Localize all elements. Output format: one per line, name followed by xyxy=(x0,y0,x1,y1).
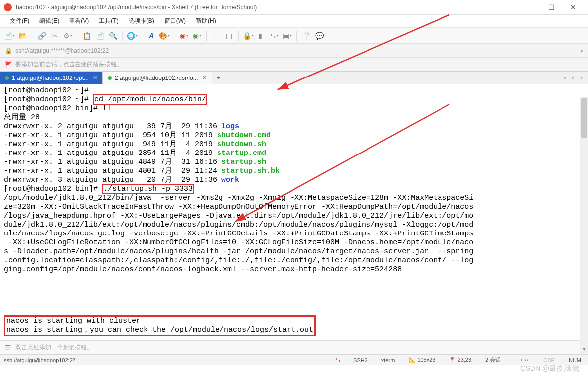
color-icon[interactable]: 🎨 xyxy=(159,30,170,41)
sidebar-icon[interactable]: ◧ xyxy=(256,30,267,41)
status-term: xterm xyxy=(378,357,398,363)
tunnel-icon[interactable]: ⇆ xyxy=(269,30,280,41)
help-icon[interactable]: ❔ xyxy=(301,30,312,41)
split-icon[interactable]: ▣ xyxy=(282,30,293,41)
font-icon[interactable]: A xyxy=(146,30,157,41)
reconnect-icon[interactable]: 🔗 xyxy=(36,30,47,41)
window-title: hadoop102 - atguigu@hadoop102:/opt/modul… xyxy=(16,4,518,11)
highlighted-output-box: nacos is starting with cluster nacos is … xyxy=(4,315,316,336)
copy-icon[interactable]: 📋 xyxy=(81,30,92,41)
tab-2[interactable]: 2 atguigu@hadoop102:/usr/lo... ✕ xyxy=(103,72,212,84)
menubar: 文件(F) 编辑(E) 查看(V) 工具(T) 选项卡(B) 窗口(W) 帮助(… xyxy=(0,15,588,28)
app-logo-icon xyxy=(4,3,12,11)
toolbar: 📄 📂 🔗 ✂ ⚙ 📋 📄 🔍 🌐 A 🎨 ◉ ◉ ▦ ▤ 🔒 ◧ ⇆ ▣ ❔ … xyxy=(0,28,588,44)
find-icon[interactable]: 🔍 xyxy=(107,30,118,41)
status-trail: ⟶ ↔ xyxy=(512,357,532,363)
hamburger-icon[interactable]: ☰ xyxy=(5,344,11,352)
minimize-button[interactable]: — xyxy=(518,0,540,14)
statusbar: ssh://atguigu@hadoop102:22 ⇆ SSH2 xterm … xyxy=(0,354,588,365)
menu-help[interactable]: 帮助(H) xyxy=(192,15,220,27)
close-button[interactable]: ✕ xyxy=(562,0,584,14)
tab-1[interactable]: 1 atguigu@hadoop102:/opt... ✕ xyxy=(0,72,103,84)
status-dot-icon xyxy=(108,76,112,80)
address-text[interactable]: ssh://atguigu:******@hadoop102:22 xyxy=(15,47,580,54)
hintbar: 🚩 要添加当前会话，点击左侧的箭头按钮。 xyxy=(0,58,588,72)
tabbar: 1 atguigu@hadoop102:/opt... ✕ 2 atguigu@… xyxy=(0,72,588,84)
terminal-scrollbar[interactable]: ▲ ▼ xyxy=(580,97,588,353)
addressbar: 🔒 ssh://atguigu:******@hadoop102:22 ▾ xyxy=(0,44,588,58)
scroll-down-icon[interactable]: ▼ xyxy=(580,345,588,353)
red-highlight-icon[interactable]: ◉ xyxy=(178,30,189,41)
watermark: CSDN @最後,咏鶯 xyxy=(520,364,579,373)
tab-1-label: 1 atguigu@hadoop102:/opt... xyxy=(12,75,89,81)
scroll-thumb[interactable] xyxy=(581,98,587,138)
status-dot-icon xyxy=(5,76,9,80)
paste-icon[interactable]: 📄 xyxy=(94,30,105,41)
status-cap: CAP xyxy=(540,357,558,363)
terminal-output[interactable]: [root@hadoop102 ~]#[root@hadoop102 ~]# c… xyxy=(0,84,588,340)
maximize-button[interactable]: ☐ xyxy=(540,0,562,14)
menu-edit[interactable]: 编辑(E) xyxy=(35,15,63,27)
titlebar: hadoop102 - atguigu@hadoop102:/opt/modul… xyxy=(0,0,588,15)
status-num: NUM xyxy=(566,357,584,363)
hint-text: 要添加当前会话，点击左侧的箭头按钮。 xyxy=(15,60,123,69)
status-size: 📐 105x23 xyxy=(406,357,438,363)
disconnect-icon[interactable]: ✂ xyxy=(49,30,60,41)
tile-icon[interactable]: ▦ xyxy=(211,30,221,41)
open-icon[interactable]: 📂 xyxy=(17,30,28,41)
tab-close-icon[interactable]: ✕ xyxy=(202,75,207,81)
lock-session-icon[interactable]: 🔒 xyxy=(243,30,254,41)
xftp-icon: ⇆ xyxy=(336,357,340,363)
quick-button-bar: ☰ 双击此处添加一个新的按钮。 xyxy=(0,340,588,354)
add-button-hint[interactable]: 双击此处添加一个新的按钮。 xyxy=(15,343,93,352)
tab-nav-arrows[interactable]: ◂ ▸ ▾ xyxy=(563,75,585,81)
feedback-icon[interactable]: 💬 xyxy=(314,30,325,41)
status-connection: ssh://atguigu@hadoop102:22 xyxy=(4,357,328,363)
flag-icon: 🚩 xyxy=(5,61,12,68)
properties-icon[interactable]: ⚙ xyxy=(62,30,73,41)
menu-view[interactable]: 查看(V) xyxy=(65,15,93,27)
status-ssh: SSH2 xyxy=(350,357,370,363)
status-sessions: 2 会话 xyxy=(482,356,504,364)
status-cursor: 📍 23,23 xyxy=(446,357,474,363)
new-session-icon[interactable]: 📄 xyxy=(4,30,15,41)
menu-tab[interactable]: 选项卡(B) xyxy=(125,15,158,27)
menu-file[interactable]: 文件(F) xyxy=(6,15,33,27)
tab-2-label: 2 atguigu@hadoop102:/usr/lo... xyxy=(115,75,198,81)
menu-window[interactable]: 窗口(W) xyxy=(160,15,190,27)
cascade-icon[interactable]: ▤ xyxy=(223,30,234,41)
tab-close-icon[interactable]: ✕ xyxy=(93,75,97,81)
address-dropdown-icon[interactable]: ▾ xyxy=(580,47,583,54)
lock-icon: 🔒 xyxy=(5,47,12,54)
menu-tools[interactable]: 工具(T) xyxy=(95,15,122,27)
green-highlight-icon[interactable]: ◉ xyxy=(191,30,202,41)
tab-add-button[interactable]: + xyxy=(212,72,225,84)
globe-icon[interactable]: 🌐 xyxy=(127,30,138,41)
